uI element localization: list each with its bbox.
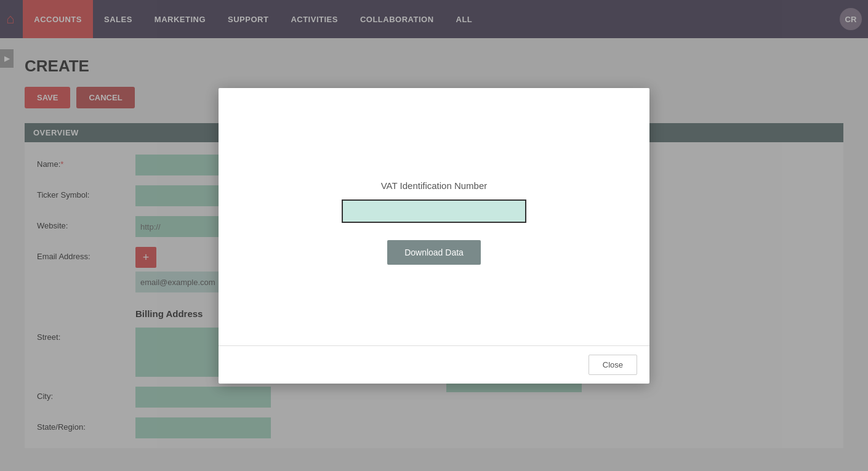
download-data-button[interactable]: Download Data — [387, 240, 481, 265]
modal-body: VAT Identification Number Download Data — [219, 88, 649, 345]
modal: VAT Identification Number Download Data … — [219, 88, 649, 384]
modal-overlay: VAT Identification Number Download Data … — [0, 0, 868, 471]
vat-label: VAT Identification Number — [381, 180, 488, 191]
vat-input[interactable] — [342, 199, 526, 223]
modal-close-button[interactable]: Close — [589, 355, 637, 375]
modal-footer: Close — [219, 345, 649, 384]
